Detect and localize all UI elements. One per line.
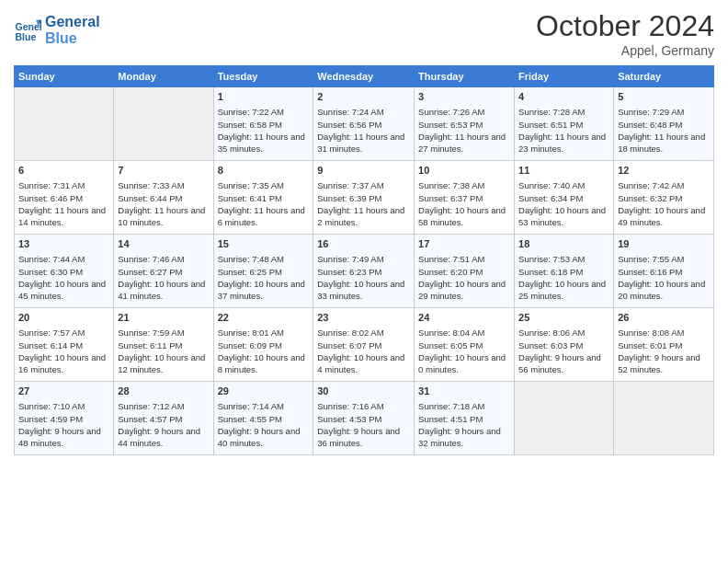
day-number: 8: [218, 164, 310, 178]
day-cell: 12Sunrise: 7:42 AMSunset: 6:32 PMDayligh…: [614, 161, 714, 235]
daylight-text: Daylight: 10 hours and 53 minutes.: [518, 205, 606, 227]
sunset-text: Sunset: 6:41 PM: [218, 193, 282, 203]
daylight-text: Daylight: 11 hours and 31 minutes.: [317, 132, 404, 154]
sunrise-text: Sunrise: 7:51 AM: [418, 254, 484, 264]
page-header: General Blue General Blue October 2024 A…: [14, 9, 714, 58]
day-number: 3: [418, 90, 510, 104]
day-cell: 25Sunrise: 8:06 AMSunset: 6:03 PMDayligh…: [515, 308, 614, 382]
day-cell: 31Sunrise: 7:18 AMSunset: 4:51 PMDayligh…: [415, 382, 515, 455]
daylight-text: Daylight: 9 hours and 32 minutes.: [418, 426, 501, 448]
day-number: 19: [618, 237, 710, 251]
sunrise-text: Sunrise: 7:55 AM: [618, 254, 684, 264]
sunset-text: Sunset: 6:05 PM: [418, 340, 483, 350]
daylight-text: Daylight: 10 hours and 25 minutes.: [518, 279, 606, 301]
daylight-text: Daylight: 9 hours and 56 minutes.: [518, 352, 601, 374]
calendar-table: SundayMondayTuesdayWednesdayThursdayFrid…: [14, 65, 714, 455]
day-cell: 28Sunrise: 7:12 AMSunset: 4:57 PMDayligh…: [114, 382, 213, 455]
logo: General Blue General Blue: [14, 14, 100, 46]
daylight-text: Daylight: 10 hours and 49 minutes.: [618, 205, 705, 227]
sunrise-text: Sunrise: 7:31 AM: [18, 180, 85, 190]
sunset-text: Sunset: 6:20 PM: [418, 267, 483, 277]
day-number: 6: [18, 164, 109, 178]
sunrise-text: Sunrise: 7:16 AM: [317, 401, 383, 411]
day-number: 2: [317, 90, 410, 104]
daylight-text: Daylight: 11 hours and 6 minutes.: [218, 205, 305, 227]
sunrise-text: Sunrise: 7:57 AM: [18, 327, 85, 338]
column-header-thursday: Thursday: [415, 66, 515, 87]
sunset-text: Sunset: 6:48 PM: [618, 120, 682, 130]
logo-icon: General Blue: [14, 17, 41, 44]
day-number: 13: [18, 237, 109, 251]
sunrise-text: Sunrise: 8:08 AM: [618, 327, 684, 338]
day-number: 23: [317, 311, 410, 325]
day-cell: 9Sunrise: 7:37 AMSunset: 6:39 PMDaylight…: [313, 161, 415, 235]
column-header-sunday: Sunday: [15, 66, 114, 87]
sunrise-text: Sunrise: 7:26 AM: [418, 107, 484, 117]
daylight-text: Daylight: 9 hours and 40 minutes.: [218, 426, 301, 448]
day-number: 12: [618, 164, 710, 178]
day-cell: 15Sunrise: 7:48 AMSunset: 6:25 PMDayligh…: [213, 235, 313, 308]
daylight-text: Daylight: 11 hours and 14 minutes.: [18, 205, 106, 227]
day-cell: 11Sunrise: 7:40 AMSunset: 6:34 PMDayligh…: [515, 161, 614, 235]
day-cell: 16Sunrise: 7:49 AMSunset: 6:23 PMDayligh…: [313, 235, 415, 308]
day-cell: 27Sunrise: 7:10 AMSunset: 4:59 PMDayligh…: [15, 382, 114, 455]
day-number: 14: [118, 237, 209, 251]
daylight-text: Daylight: 9 hours and 48 minutes.: [18, 426, 101, 448]
day-cell: [515, 382, 614, 455]
sunset-text: Sunset: 4:59 PM: [18, 414, 83, 424]
sunrise-text: Sunrise: 7:40 AM: [518, 180, 585, 190]
day-cell: 5Sunrise: 7:29 AMSunset: 6:48 PMDaylight…: [614, 87, 714, 161]
sunset-text: Sunset: 6:01 PM: [618, 340, 682, 350]
day-number: 21: [118, 311, 209, 325]
sunset-text: Sunset: 6:03 PM: [518, 340, 583, 350]
day-cell: 10Sunrise: 7:38 AMSunset: 6:37 PMDayligh…: [415, 161, 515, 235]
day-number: 4: [518, 90, 609, 104]
sunset-text: Sunset: 6:44 PM: [118, 193, 182, 203]
sunrise-text: Sunrise: 7:28 AM: [518, 107, 585, 117]
sunset-text: Sunset: 4:55 PM: [218, 414, 282, 424]
sunset-text: Sunset: 6:27 PM: [118, 267, 182, 277]
day-number: 18: [518, 237, 609, 251]
sunset-text: Sunset: 6:56 PM: [317, 120, 381, 130]
column-header-saturday: Saturday: [614, 66, 714, 87]
sunset-text: Sunset: 6:23 PM: [317, 267, 381, 277]
day-cell: 2Sunrise: 7:24 AMSunset: 6:56 PMDaylight…: [313, 87, 415, 161]
sunrise-text: Sunrise: 7:22 AM: [218, 107, 284, 117]
sunset-text: Sunset: 6:46 PM: [18, 193, 83, 203]
daylight-text: Daylight: 10 hours and 12 minutes.: [118, 352, 205, 374]
sunset-text: Sunset: 6:51 PM: [518, 120, 583, 130]
day-cell: 23Sunrise: 8:02 AMSunset: 6:07 PMDayligh…: [313, 308, 415, 382]
daylight-text: Daylight: 10 hours and 8 minutes.: [218, 352, 305, 374]
sunset-text: Sunset: 4:53 PM: [317, 414, 381, 424]
sunset-text: Sunset: 6:58 PM: [218, 120, 282, 130]
day-cell: 3Sunrise: 7:26 AMSunset: 6:53 PMDaylight…: [415, 87, 515, 161]
sunrise-text: Sunrise: 7:53 AM: [518, 254, 585, 264]
daylight-text: Daylight: 11 hours and 18 minutes.: [618, 132, 705, 154]
sunrise-text: Sunrise: 7:18 AM: [418, 401, 484, 411]
sunrise-text: Sunrise: 8:02 AM: [317, 327, 383, 338]
sunset-text: Sunset: 6:34 PM: [518, 193, 583, 203]
day-number: 22: [218, 311, 310, 325]
column-header-friday: Friday: [515, 66, 614, 87]
sunset-text: Sunset: 6:37 PM: [418, 193, 483, 203]
sunset-text: Sunset: 6:25 PM: [218, 267, 282, 277]
daylight-text: Daylight: 11 hours and 35 minutes.: [218, 132, 305, 154]
day-number: 11: [518, 164, 609, 178]
sunrise-text: Sunrise: 7:29 AM: [618, 107, 684, 117]
sunset-text: Sunset: 4:51 PM: [418, 414, 483, 424]
day-number: 28: [118, 385, 209, 398]
sunrise-text: Sunrise: 7:35 AM: [218, 180, 284, 190]
logo-text-blue: Blue: [45, 30, 100, 47]
sunrise-text: Sunrise: 7:44 AM: [18, 254, 85, 264]
sunrise-text: Sunrise: 7:37 AM: [317, 180, 383, 190]
day-number: 24: [418, 311, 510, 325]
sunset-text: Sunset: 4:57 PM: [118, 414, 182, 424]
day-cell: 19Sunrise: 7:55 AMSunset: 6:16 PMDayligh…: [614, 235, 714, 308]
daylight-text: Daylight: 10 hours and 29 minutes.: [418, 279, 506, 301]
week-row-1: 1Sunrise: 7:22 AMSunset: 6:58 PMDaylight…: [15, 87, 714, 161]
sunset-text: Sunset: 6:16 PM: [618, 267, 682, 277]
sunrise-text: Sunrise: 7:48 AM: [218, 254, 284, 264]
week-row-3: 13Sunrise: 7:44 AMSunset: 6:30 PMDayligh…: [15, 235, 714, 308]
day-cell: 24Sunrise: 8:04 AMSunset: 6:05 PMDayligh…: [415, 308, 515, 382]
sunrise-text: Sunrise: 8:06 AM: [518, 327, 585, 338]
